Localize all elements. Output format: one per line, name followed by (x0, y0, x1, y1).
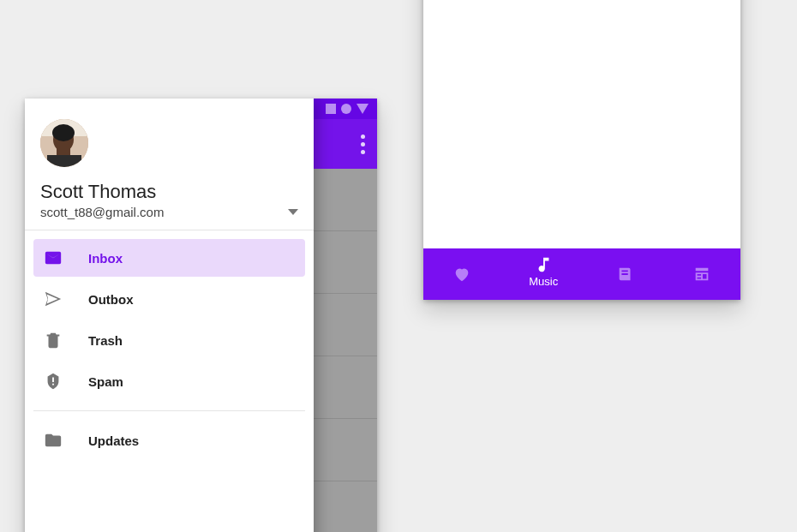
user-name: Scott Thomas (40, 181, 298, 203)
drawer-item-label: Updates (88, 433, 139, 448)
mail-icon (42, 247, 64, 269)
drawer-item-label: Trash (88, 333, 123, 348)
navigation-drawer: Scott Thomas scott_t88@gmail.com Inbox O… (25, 99, 314, 532)
status-triangle-icon (357, 104, 369, 114)
svg-point-3 (52, 124, 75, 141)
bottom-nav-library[interactable] (616, 265, 635, 284)
overflow-menu-button[interactable] (361, 134, 365, 154)
drawer-list: Inbox Outbox Trash Spam (25, 230, 314, 468)
avatar-photo (40, 119, 88, 167)
bottom-nav-label: Music (529, 275, 558, 288)
drawer-item-label: Outbox (88, 292, 134, 307)
drawer-item-outbox[interactable]: Outbox (33, 280, 305, 318)
drawer-header: Scott Thomas scott_t88@gmail.com (25, 99, 314, 230)
send-icon (42, 288, 64, 310)
drawer-item-spam[interactable]: Spam (33, 362, 305, 400)
status-square-icon (326, 104, 336, 114)
user-email: scott_t88@gmail.com (40, 205, 164, 219)
spam-icon (42, 370, 64, 392)
book-icon (616, 265, 635, 284)
account-dropdown-icon[interactable] (288, 209, 298, 215)
status-circle-icon (341, 104, 351, 114)
bottom-nav-favorites[interactable] (452, 265, 471, 284)
bottom-nav-news[interactable] (692, 265, 711, 284)
bottom-nav-music[interactable]: Music (529, 255, 558, 288)
drawer-item-inbox[interactable]: Inbox (33, 239, 305, 277)
trash-icon (42, 329, 64, 351)
svg-rect-5 (47, 155, 81, 167)
bottom-navigation: Music (423, 248, 740, 300)
device-music-app: Music (423, 0, 740, 300)
drawer-item-trash[interactable]: Trash (33, 321, 305, 359)
news-icon (692, 265, 711, 284)
heart-icon (452, 265, 471, 284)
avatar[interactable] (40, 119, 88, 167)
drawer-item-updates[interactable]: Updates (33, 421, 305, 459)
drawer-item-label: Spam (88, 374, 123, 389)
device-mail-app: Scott Thomas scott_t88@gmail.com Inbox O… (25, 99, 377, 532)
drawer-divider (33, 410, 305, 411)
folder-icon (42, 429, 64, 451)
drawer-item-label: Inbox (88, 251, 123, 266)
music-icon (534, 255, 553, 274)
